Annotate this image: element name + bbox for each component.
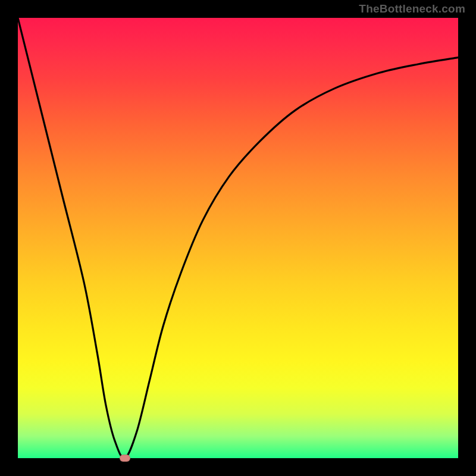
chart-stage: TheBottleneck.com xyxy=(0,0,476,476)
bottleneck-curve xyxy=(18,18,458,458)
optimal-marker xyxy=(120,455,130,462)
curve-svg xyxy=(18,18,458,458)
plot-area xyxy=(18,18,458,458)
watermark-text: TheBottleneck.com xyxy=(359,2,465,15)
